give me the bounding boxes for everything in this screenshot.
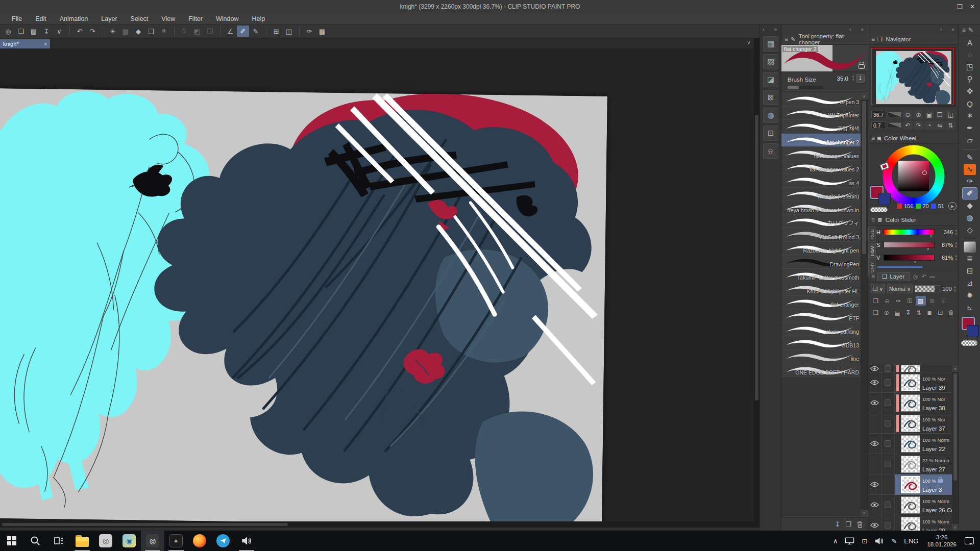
clip-studio-hub-button[interactable]: ◎ [94, 531, 117, 551]
layer-lock-alpha-icon[interactable]: ▨ [916, 296, 926, 306]
brush-item[interactable]: freya brush // watered down in [781, 201, 861, 215]
zoom-100-button[interactable]: ▣ [924, 110, 934, 119]
layer-row[interactable]: 100 % Nor Layer 37 [868, 413, 959, 434]
unlock-icon[interactable] [859, 64, 865, 69]
canvas-viewport[interactable] [0, 48, 754, 521]
new-layer-dialog-button[interactable]: ⊕ [881, 308, 891, 317]
taskbar-clock[interactable]: 3:26 18.01.2026 [922, 534, 962, 548]
mesh-transform-button[interactable]: ⌗ [158, 26, 170, 37]
dock-expand-icon[interactable]: » [951, 26, 954, 32]
layer-thumbnail[interactable] [901, 415, 920, 432]
brush-size-spinner[interactable]: ∧∨ [852, 75, 854, 81]
layer-draft-icon[interactable]: ✑ [893, 296, 903, 306]
tab-list-caret-icon[interactable]: ∨ [747, 39, 751, 46]
panel-menu-icon[interactable]: ≡ [785, 36, 788, 43]
brush-item[interactable]: DrawingPen [781, 255, 861, 269]
layer-check-cell[interactable] [881, 393, 895, 413]
blend-mode-dropdown[interactable]: Norma∨ [887, 284, 913, 293]
brush-item[interactable]: flat changer 2 [781, 134, 861, 147]
menu-item[interactable]: Layer [94, 14, 124, 23]
new-folder-button[interactable]: ▤ [892, 308, 902, 317]
title-bar[interactable]: knigh* (3299 x 2260px 300dpi 36.7%) - CL… [0, 0, 980, 13]
layer-checkbox[interactable] [885, 502, 891, 508]
layer-thumbnail[interactable] [901, 394, 920, 412]
deselect-button[interactable]: ✳ [107, 26, 119, 37]
dock-collapse-icon[interactable]: ‹ [849, 26, 851, 32]
brush-item[interactable]: line [781, 350, 861, 364]
layer-list-scrollbar[interactable]: ∧ ∨ [952, 365, 959, 531]
clip-studio-paint-button[interactable]: ◎ [141, 531, 164, 551]
layer-check-cell[interactable] [881, 454, 895, 474]
panel-menu-icon[interactable]: ≡ [871, 216, 874, 223]
layer-mask-button[interactable]: ◙ [925, 308, 935, 317]
save-dropdown-caret[interactable]: ∨ [53, 26, 65, 37]
menu-item[interactable]: Animation [53, 14, 95, 23]
panel-menu-icon[interactable]: ≡ [871, 135, 874, 142]
canvas-artboard[interactable] [0, 88, 607, 521]
lasso-tool[interactable]: Ǫ [962, 97, 977, 110]
layer-checkbox[interactable] [885, 440, 891, 447]
color-model-tab[interactable]: HSV [868, 243, 876, 259]
dock-expand-icon[interactable]: » [774, 26, 777, 32]
material-color-pattern-icon[interactable]: ▦ [763, 36, 778, 52]
eraser-tool[interactable]: ◇ [962, 224, 977, 236]
layer-visibility-cell[interactable] [868, 393, 881, 413]
animation-cels-tab-icon[interactable]: ▭ [929, 273, 935, 280]
rotate-left-button[interactable]: ↶ [903, 121, 913, 130]
eye-icon[interactable] [870, 502, 879, 508]
fit-to-window-button[interactable]: ◱ [946, 110, 955, 119]
menu-item[interactable]: Edit [29, 14, 53, 23]
layer-checkbox[interactable] [885, 522, 891, 529]
layer-thumbnail[interactable] [901, 496, 920, 514]
eye-icon[interactable] [870, 366, 879, 371]
color-model-tab[interactable]: RGB [868, 227, 876, 242]
zoom-tool[interactable]: ⚲ [962, 73, 977, 85]
file-explorer-button[interactable] [70, 531, 94, 551]
layer-color-tag[interactable] [896, 374, 899, 391]
copy-sub-tool-button[interactable]: ❒ [845, 520, 851, 528]
layer-check-cell[interactable] [881, 474, 895, 495]
brush-tool[interactable]: ✐ [962, 187, 977, 199]
panel-menu-icon[interactable]: ≡ [962, 27, 965, 34]
brush-item[interactable]: Triangle (Verehin) [781, 188, 861, 202]
rotate-slider[interactable] [888, 122, 901, 128]
undo-button[interactable]: ↶ [74, 26, 86, 37]
scroll-down-icon[interactable]: ∨ [861, 510, 868, 516]
color-slider-bar[interactable]: ∧ [884, 255, 935, 261]
brush-item[interactable]: ETF [781, 309, 861, 323]
layer-checkbox[interactable] [885, 461, 891, 467]
layer-checkbox[interactable] [885, 379, 891, 386]
layer-thumbnail[interactable] [901, 456, 920, 473]
layer-row[interactable]: 100 % Layer 3 [868, 474, 959, 495]
canvas-horizontal-scrollbar[interactable] [0, 521, 754, 528]
material-monochrome-pattern-icon[interactable]: ▨ [763, 54, 778, 69]
slider-spinner[interactable]: ∧∨ [955, 242, 957, 248]
dock-collapse-icon[interactable]: ‹ [940, 26, 942, 32]
frame-border-tool[interactable]: ⊟ [962, 265, 977, 277]
layer-clip-icon[interactable]: ⊠ [927, 296, 937, 306]
menu-item[interactable]: File [5, 14, 29, 23]
eye-icon[interactable] [870, 400, 879, 406]
opacity-value[interactable]: 100 [942, 286, 951, 292]
layer-row[interactable] [868, 365, 959, 372]
layer-checkbox[interactable] [885, 420, 891, 427]
layer-row[interactable]: 22 % Norma Layer 27 [868, 454, 959, 474]
color-slider-bar[interactable]: ∧ [884, 242, 935, 248]
layer-check-cell[interactable] [881, 515, 895, 531]
rotate-right-button[interactable]: ↷ [914, 121, 923, 130]
ruler-tool[interactable]: ⊾ [962, 302, 977, 314]
layer-row[interactable]: 100 % Nor Layer 38 [868, 393, 959, 413]
zoom-out-button[interactable]: ⊖ [903, 110, 913, 119]
network-icon[interactable] [841, 531, 858, 551]
fit-to-screen-button[interactable]: ❒ [935, 110, 945, 119]
sv-cursor[interactable] [922, 170, 927, 175]
layer-visibility-cell[interactable] [868, 474, 881, 495]
scroll-up-icon[interactable]: ∧ [861, 93, 868, 99]
zoom-in-button[interactable]: ⊕ [914, 110, 923, 119]
layer-visibility-cell[interactable] [868, 434, 881, 454]
layer-row[interactable]: 100 % Norm Layer 26 Cop [868, 495, 959, 515]
brush-item[interactable]: cleric painting [781, 323, 861, 337]
eye-icon[interactable] [870, 441, 879, 446]
screen-tone-button[interactable]: ▦ [316, 26, 328, 37]
save-file-button[interactable]: ↧ [40, 26, 53, 37]
